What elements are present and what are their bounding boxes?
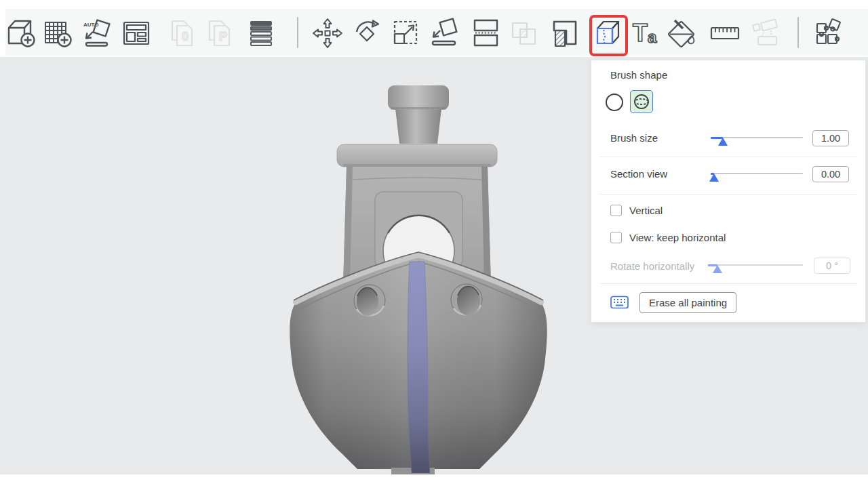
rotate-horizontally-slider[interactable] <box>708 258 803 273</box>
rotate-button[interactable] <box>351 18 382 49</box>
cut-button[interactable] <box>471 18 502 49</box>
arrange-button[interactable] <box>121 18 152 49</box>
split-to-objects-button: 0 <box>167 18 199 49</box>
erase-all-painting-button[interactable]: Erase all painting <box>639 292 736 313</box>
brush-shape-label: Brush shape <box>610 69 667 81</box>
toolbar-separator-1 <box>297 17 298 48</box>
rotate-horizontally-label: Rotate horizontally <box>610 260 694 272</box>
section-view-value[interactable]: 0.00 <box>812 166 849 182</box>
split-parts-letter: P <box>219 30 227 43</box>
assembly-steps-button <box>750 18 781 49</box>
brush-shape-circle-option[interactable] <box>606 94 623 111</box>
move-button[interactable] <box>312 18 343 49</box>
text-tool-letter-t: T <box>633 19 648 47</box>
keep-horizontal-label: View: keep horizontal <box>629 232 726 243</box>
brush-size-slider[interactable] <box>711 131 803 146</box>
vertical-label: Vertical <box>629 205 663 216</box>
benchy-model[interactable] <box>285 80 553 474</box>
brush-size-value[interactable]: 1.00 <box>812 130 849 146</box>
benchy-chimney <box>388 85 449 144</box>
seam-painting-button[interactable] <box>593 18 624 49</box>
scale-button[interactable] <box>391 18 422 49</box>
support-painting-button[interactable] <box>549 18 580 49</box>
split-objects-letter: 0 <box>182 30 189 43</box>
panel-divider-3 <box>600 283 858 284</box>
text-tool-button[interactable]: T a <box>631 18 662 49</box>
benchy-cabin-roof <box>337 144 497 167</box>
toolbar-separator-2 <box>797 17 799 48</box>
benchy-hawse-hole-right <box>451 284 482 316</box>
brush-shape-sphere-option[interactable] <box>630 90 653 113</box>
section-view-label: Section view <box>610 168 667 180</box>
keyboard-shortcuts-icon[interactable] <box>610 296 629 312</box>
auto-orient-button[interactable]: AUTO <box>81 18 113 49</box>
add-object-button[interactable] <box>5 18 37 49</box>
vertical-checkbox[interactable] <box>610 205 622 216</box>
brush-size-label: Brush size <box>610 132 658 144</box>
benchy-hawse-hole-left <box>354 285 385 316</box>
mesh-boolean-button <box>509 18 540 49</box>
color-painting-button[interactable] <box>666 18 697 49</box>
variable-layer-height-button[interactable] <box>245 18 277 49</box>
measure-button[interactable] <box>709 18 741 49</box>
add-plate-button[interactable] <box>42 18 73 49</box>
panel-divider-2 <box>600 194 858 195</box>
rotate-horizontally-value: 0 ° <box>814 258 850 274</box>
text-tool-letter-a: a <box>648 28 657 46</box>
panel-divider-1 <box>600 157 858 157</box>
split-to-parts-button: P <box>205 18 236 49</box>
seam-painting-panel: Brush shape Brush size 1.00 Section view… <box>591 60 866 323</box>
section-view-slider[interactable] <box>711 167 803 182</box>
assemble-objects-button[interactable] <box>812 18 844 49</box>
keep-horizontal-checkbox[interactable] <box>610 232 622 243</box>
sphere-brush-icon <box>633 93 650 110</box>
place-on-face-button[interactable] <box>429 18 460 49</box>
